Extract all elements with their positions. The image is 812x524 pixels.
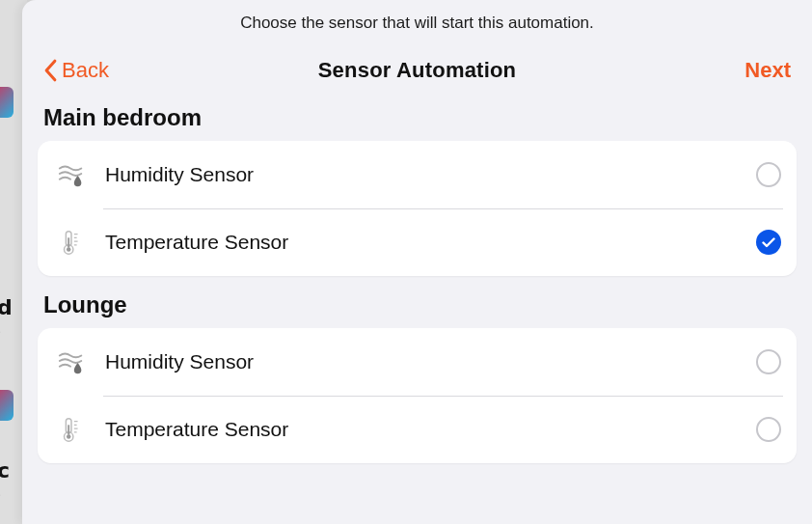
section-title: Lounge xyxy=(38,291,797,328)
humidity-icon xyxy=(55,158,88,191)
section-main-bedroom: Main bedroom Humidity Sensor xyxy=(38,104,797,276)
sensor-row-humidity[interactable]: Humidity Sensor xyxy=(38,328,797,396)
sensor-card: Humidity Sensor xyxy=(38,328,797,463)
modal-sheet: Choose the sensor that will start this a… xyxy=(22,0,812,524)
nav-bar: Back Sensor Automation Next xyxy=(22,41,812,97)
sensor-label: Humidity Sensor xyxy=(105,350,739,373)
sensor-card: Humidity Sensor xyxy=(38,141,797,276)
section-title: Main bedroom xyxy=(38,104,797,141)
back-button[interactable]: Back xyxy=(43,58,109,83)
svg-rect-11 xyxy=(68,425,69,434)
sensor-row-temperature[interactable]: Temperature Sensor xyxy=(38,396,797,463)
chevron-left-icon xyxy=(43,59,58,82)
svg-point-2 xyxy=(67,247,71,252)
section-lounge: Lounge Humidity Sensor xyxy=(38,291,797,463)
svg-rect-3 xyxy=(68,237,69,247)
back-label: Back xyxy=(62,58,109,83)
radio-unchecked[interactable] xyxy=(756,417,781,442)
checkmark-icon xyxy=(762,237,775,248)
radio-unchecked[interactable] xyxy=(756,349,781,374)
humidity-icon xyxy=(55,345,88,378)
radio-checked[interactable] xyxy=(756,230,781,255)
content-scroll: Main bedroom Humidity Sensor xyxy=(22,97,812,475)
temperature-icon xyxy=(55,413,88,446)
radio-unchecked[interactable] xyxy=(756,162,781,187)
sensor-row-temperature[interactable]: Temperature Sensor xyxy=(38,208,797,276)
instruction-text: Choose the sensor that will start this a… xyxy=(22,0,812,41)
temperature-icon xyxy=(55,226,88,259)
sensor-label: Humidity Sensor xyxy=(105,163,739,186)
sensor-row-humidity[interactable]: Humidity Sensor xyxy=(38,141,797,208)
sensor-label: Temperature Sensor xyxy=(105,231,739,254)
svg-point-10 xyxy=(67,434,71,439)
next-button[interactable]: Next xyxy=(744,58,791,83)
nav-title: Sensor Automation xyxy=(149,58,685,83)
sensor-label: Temperature Sensor xyxy=(105,418,739,441)
